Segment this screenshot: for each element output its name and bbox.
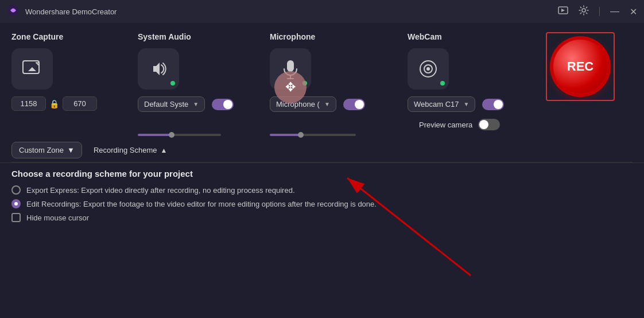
dropdown-arrow-icon: ▼ — [193, 101, 199, 107]
rec-button-wrapper: REC — [546, 32, 615, 101]
zone-capture-col: Zone Capture 1158 🔒 670 — [11, 32, 138, 115]
svg-rect-6 — [287, 60, 294, 72]
preview-toggle[interactable] — [478, 119, 500, 130]
recording-scheme[interactable]: Recording Scheme ▲ — [94, 146, 167, 154]
audio-vol-col — [138, 134, 270, 136]
volume-row — [0, 133, 644, 138]
checkbox-hide-cursor[interactable]: Hide mouse cursor — [11, 213, 633, 222]
microphone-col: Microphone ✥ Microph — [270, 32, 408, 119]
system-audio-col: System Audio Default Syste ▼ — [138, 32, 270, 119]
titlebar-separator — [599, 7, 600, 16]
settings-icon[interactable] — [579, 5, 589, 18]
app-title: Wondershare DemoCreator — [25, 7, 552, 16]
custom-zone-dropdown[interactable]: Custom Zone ▼ — [11, 142, 82, 158]
webcam-toggle-slider — [482, 99, 504, 110]
webcam-icon-box — [408, 48, 449, 90]
scheme-title: Choose a recording scheme for your proje… — [11, 169, 633, 179]
webcam-dropdown-arrow-icon: ▼ — [464, 101, 470, 107]
radio-export-express[interactable] — [11, 185, 21, 195]
mic-volume-slider[interactable] — [270, 134, 356, 136]
close-button[interactable]: ✕ — [630, 6, 637, 17]
checkbox-hide-cursor-label: Hide mouse cursor — [26, 214, 89, 222]
audio-controls: Default Syste ▼ — [138, 96, 270, 112]
controls-row: Zone Capture 1158 🔒 670 System Audio — [0, 23, 644, 133]
preview-toggle-slider — [478, 119, 500, 130]
audio-volume-slider[interactable] — [138, 134, 221, 136]
mic-dropdown-arrow-icon: ▼ — [324, 101, 330, 107]
minimize-button[interactable]: — — [610, 6, 619, 17]
preview-camera-label: Preview camera — [419, 121, 472, 129]
option-edit-recordings-label: Edit Recordings: Export the footage to t… — [26, 200, 377, 208]
webcam-controls: Webcam C17 ▼ — [408, 96, 528, 112]
svg-point-4 — [582, 9, 585, 12]
webcam-col: WebCam Webcam C17 ▼ Preview ca — [408, 32, 528, 130]
zone-size-inputs: 1158 🔒 670 — [11, 96, 138, 111]
mic-cursor-overlay: ✥ — [274, 71, 307, 103]
checkbox-hide-cursor-box[interactable] — [11, 213, 21, 222]
recording-scheme-label: Recording Scheme — [94, 146, 157, 154]
audio-icon-box — [138, 48, 179, 90]
mic-vol-col — [270, 134, 408, 136]
mic-toggle-slider — [343, 99, 365, 110]
audio-toggle[interactable] — [212, 99, 234, 110]
lock-icon: 🔒 — [49, 99, 59, 108]
titlebar-controls: — ✕ — [558, 5, 637, 18]
custom-zone-arrow-icon: ▼ — [67, 146, 75, 154]
webcam-toggle[interactable] — [482, 99, 504, 110]
option-edit-recordings[interactable]: Edit Recordings: Export the footage to t… — [11, 199, 633, 208]
screen-record-icon[interactable] — [558, 5, 568, 18]
recording-scheme-panel: Choose a recording scheme for your proje… — [0, 162, 644, 318]
titlebar: Wondershare DemoCreator — ✕ — [0, 0, 644, 23]
webcam-label: WebCam — [408, 32, 528, 41]
zone-label: Zone Capture — [11, 32, 138, 41]
webcam-device-dropdown[interactable]: Webcam C17 ▼ — [408, 96, 475, 112]
scheme-arrow-icon: ▲ — [160, 146, 167, 154]
audio-label: System Audio — [138, 32, 270, 41]
radio-edit-recordings[interactable] — [11, 199, 21, 208]
zone-height-input[interactable]: 670 — [63, 96, 97, 111]
option-export-express[interactable]: Export Express: Export video directly af… — [11, 185, 633, 195]
zone-width-input[interactable]: 1158 — [11, 96, 46, 111]
svg-point-11 — [426, 67, 430, 71]
app-logo — [7, 4, 20, 19]
audio-status-dot — [169, 80, 176, 87]
zone-icon-box — [11, 48, 53, 90]
app-window: Wondershare DemoCreator — ✕ Zone Cap — [0, 0, 644, 318]
rec-col: REC — [528, 32, 633, 101]
preview-camera-row: Preview camera — [419, 119, 528, 130]
zone-scheme-row: Custom Zone ▼ Recording Scheme ▲ — [0, 138, 644, 162]
mic-label: Microphone — [270, 32, 408, 41]
custom-zone-label: Custom Zone — [19, 146, 64, 154]
audio-device-dropdown[interactable]: Default Syste ▼ — [138, 96, 205, 112]
option-export-express-label: Export Express: Export video directly af… — [26, 186, 295, 195]
rec-button[interactable]: REC — [552, 38, 609, 95]
mic-toggle[interactable] — [343, 99, 365, 110]
webcam-status-dot — [439, 80, 446, 87]
audio-toggle-slider — [212, 99, 234, 110]
